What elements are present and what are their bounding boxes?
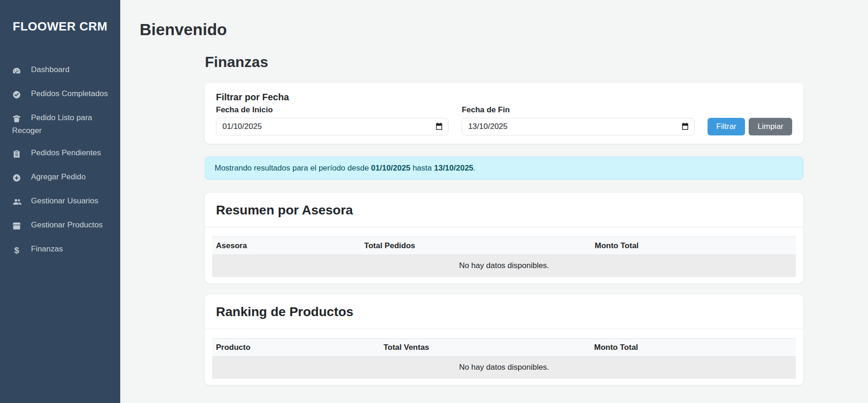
summary-table: Asesora Total Pedidos Monto Total No hay… xyxy=(212,237,796,277)
results-period-alert: Mostrando resultados para el período des… xyxy=(205,157,803,180)
end-date-field: Fecha de Fin xyxy=(462,105,694,135)
date-filter-card: Filtrar por Fecha Fecha de Inicio xyxy=(205,83,803,144)
summary-empty-message: No hay datos disponibles. xyxy=(212,255,796,277)
summary-title: Resumen por Asesora xyxy=(216,203,792,218)
sidebar-item-gestionar-productos[interactable]: Gestionar Productos xyxy=(0,214,120,238)
dollar-icon: $ xyxy=(12,245,21,256)
sidebar-item-label: Dashboard xyxy=(31,65,69,74)
start-date-input[interactable] xyxy=(216,118,449,135)
ranking-empty-message: No hay datos disponibles. xyxy=(212,357,796,379)
sidebar-item-label: Finanzas xyxy=(31,244,63,253)
end-date-label: Fecha de Fin xyxy=(462,105,694,115)
alert-start-date: 01/10/2025 xyxy=(371,164,410,172)
sidebar-item-label: Gestionar Usuarios xyxy=(31,196,98,205)
alert-text: hasta xyxy=(410,164,434,172)
calendar-icon[interactable] xyxy=(681,123,689,131)
calendar-icon[interactable] xyxy=(435,123,443,131)
app-root: FLOOWER CRM Dashboard xyxy=(0,0,868,403)
sidebar-item-pedidos-pendientes[interactable]: Pedidos Pendientes xyxy=(0,142,120,166)
clipboard-list-icon xyxy=(12,149,21,160)
sidebar-item-label: Agregar Pedido xyxy=(31,172,86,181)
sidebar-item-label: Pedidos Completados xyxy=(31,89,108,98)
sidebar-nav: Dashboard Pedido Listo para RecogerPedid… xyxy=(0,59,120,262)
welcome-title: Bienvenido xyxy=(140,20,803,39)
sidebar-item-pedidos-completados[interactable]: Pedido Listo para RecogerPedidos Complet… xyxy=(0,83,120,107)
app-title: FLOOWER CRM xyxy=(4,19,117,34)
gauge-icon xyxy=(12,66,21,77)
table-row: No hay datos disponibles. xyxy=(212,357,796,379)
ranking-col-total-ventas: Total Ventas xyxy=(380,339,591,357)
summary-col-monto-total: Monto Total xyxy=(591,237,796,255)
sidebar-item-label: Pedidos Pendientes xyxy=(31,148,101,157)
sidebar-item-dashboard[interactable]: Dashboard xyxy=(0,59,120,83)
check-circle-icon xyxy=(12,90,21,101)
summary-col-asesora: Asesora xyxy=(212,237,361,255)
finanzas-section: Finanzas Filtrar por Fecha Fecha de Inic… xyxy=(205,54,803,385)
end-date-input[interactable] xyxy=(462,118,694,135)
filter-title: Filtrar por Fecha xyxy=(216,92,792,103)
summary-card: Resumen por Asesora Asesora Total Pedido… xyxy=(205,193,803,283)
sidebar-item-pedido-listo[interactable]: Pedido Listo para Recoger xyxy=(0,107,120,142)
summary-col-total-pedidos: Total Pedidos xyxy=(361,237,591,255)
clear-button[interactable]: Limpiar xyxy=(749,118,792,135)
start-date-label: Fecha de Inicio xyxy=(216,105,449,115)
main-content: Bienvenido Finanzas Filtrar por Fecha Fe… xyxy=(120,0,868,403)
users-icon xyxy=(12,197,21,208)
alert-text: Mostrando resultados para el período des… xyxy=(215,164,371,172)
ranking-col-producto: Producto xyxy=(212,339,380,357)
box-icon xyxy=(12,221,21,232)
ranking-table: Producto Total Ventas Monto Total No hay… xyxy=(212,338,796,379)
sidebar-item-label: Pedido Listo para Recoger xyxy=(12,113,92,135)
sidebar-item-gestionar-usuarios[interactable]: Gestionar Usuarios xyxy=(0,190,120,214)
table-row: No hay datos disponibles. xyxy=(212,255,796,277)
start-date-field: Fecha de Inicio xyxy=(216,105,449,135)
finanzas-title: Finanzas xyxy=(205,54,803,71)
plus-circle-icon xyxy=(12,173,21,184)
ranking-title: Ranking de Productos xyxy=(216,305,792,319)
sidebar-item-label: Gestionar Productos xyxy=(31,220,103,229)
sidebar-item-finanzas[interactable]: $Finanzas xyxy=(0,238,120,262)
box-open-icon xyxy=(12,114,21,125)
sidebar: FLOOWER CRM Dashboard xyxy=(0,0,120,403)
alert-text: . xyxy=(474,164,476,172)
filter-button[interactable]: Filtrar xyxy=(708,118,745,135)
sidebar-item-agregar-pedido[interactable]: Agregar Pedido xyxy=(0,166,120,190)
alert-end-date: 13/10/2025 xyxy=(434,164,473,172)
ranking-card: Ranking de Productos Producto Total Vent… xyxy=(205,294,803,385)
ranking-col-monto-total: Monto Total xyxy=(591,339,796,357)
